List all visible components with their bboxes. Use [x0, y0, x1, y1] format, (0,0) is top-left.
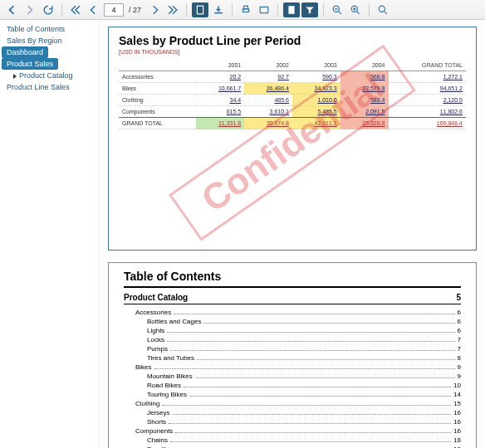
toc-row[interactable]: Shorts16 [124, 417, 461, 426]
page-total: / 27 [129, 6, 141, 14]
zoom-out-icon[interactable] [329, 2, 345, 17]
report-icon[interactable] [283, 2, 300, 17]
toc-row[interactable]: Touring Bikes14 [124, 390, 461, 399]
toc-row[interactable]: Bikes9 [124, 363, 461, 372]
toc-section: Product Catalog5 [124, 293, 461, 304]
print-icon[interactable] [238, 2, 254, 17]
sales-table: 2001200220032004GRAND TOTAL Accessories2… [119, 60, 466, 129]
outline-item-sales-region[interactable]: Sales By Region [2, 35, 97, 46]
table-row: Bikes10,661.726,486.434,923.322,579.894,… [119, 83, 466, 95]
toolbar: / 27 [0, 0, 485, 20]
toc-row[interactable]: Lights6 [124, 326, 461, 335]
separator [369, 3, 370, 17]
separator [61, 3, 62, 17]
zoom-in-icon[interactable] [347, 2, 364, 17]
table-total-row: GRAND TOTAL11,331.830,674.842,011.125,82… [119, 118, 466, 129]
svg-rect-0 [197, 6, 203, 14]
outline-item-dashboard[interactable]: Dashboard [2, 46, 48, 58]
table-row: Accessories20.292.7590.3568.81,272.1 [119, 71, 466, 83]
toc-row[interactable]: Mountain Bikes9 [124, 372, 461, 381]
download-icon[interactable] [210, 2, 227, 17]
export-icon[interactable] [256, 2, 272, 17]
prev-page-icon[interactable] [86, 2, 102, 17]
outline-item-product-line-sales[interactable]: Product Line Sales [2, 81, 97, 93]
last-page-icon[interactable] [164, 2, 181, 17]
toc-row[interactable]: Tires and Tubes8 [124, 353, 461, 363]
svg-rect-3 [260, 7, 268, 12]
report-viewport[interactable]: Sales by Product Line per Period [USD IN… [100, 20, 485, 448]
nav-back-icon[interactable] [3, 2, 20, 17]
toc-row[interactable]: Clothing15 [124, 399, 461, 408]
separator [186, 3, 187, 17]
chevron-right-icon [13, 74, 17, 79]
svg-rect-2 [244, 6, 248, 9]
separator [232, 3, 233, 17]
toc-row[interactable]: Locks7 [124, 335, 461, 344]
toc-row[interactable]: Bottles and Cages6 [124, 317, 461, 326]
nav-forward-icon[interactable] [22, 2, 38, 17]
toc-row[interactable]: Pumps7 [124, 344, 461, 353]
svg-rect-4 [288, 6, 294, 14]
filter-icon[interactable] [301, 2, 318, 17]
toc-row[interactable]: Chains18 [124, 436, 461, 445]
separator [323, 3, 324, 17]
toc-row[interactable]: Accessories6 [124, 308, 461, 317]
page-input[interactable] [104, 3, 124, 17]
report-page-sales: Sales by Product Line per Period [USD IN… [108, 27, 477, 251]
outline-item-product-sales[interactable]: Product Sales [2, 58, 58, 70]
report-title: Sales by Product Line per Period [119, 34, 466, 47]
outline-item-toc[interactable]: Table of Contents [2, 23, 97, 35]
outline-item-product-catalog[interactable]: Product Catalog [2, 70, 97, 81]
separator [277, 3, 278, 17]
toc-row[interactable]: Components16 [124, 426, 461, 436]
search-icon[interactable] [375, 2, 391, 17]
toc-row[interactable]: Jerseys16 [124, 408, 461, 417]
document-outline: Table of Contents Sales By Region Dashbo… [0, 20, 100, 448]
toc-row[interactable]: Road Bikes10 [124, 381, 461, 390]
toc-title: Table of Contents [124, 270, 461, 288]
table-row: Clothing34.4485.61,010.0588.42,120.5 [119, 95, 466, 106]
next-page-icon[interactable] [146, 2, 163, 17]
refresh-icon[interactable] [40, 2, 56, 17]
toc-row[interactable]: Derailleurs18 [124, 445, 461, 448]
page-view-icon[interactable] [192, 2, 208, 17]
first-page-icon[interactable] [67, 2, 84, 17]
report-page-toc: Table of Contents Product Catalog5 Acces… [108, 262, 477, 448]
table-row: Components615.53,610.15,485.52,091.511,8… [119, 106, 466, 118]
report-subtitle: [USD IN THOUSANDS] [119, 49, 466, 55]
